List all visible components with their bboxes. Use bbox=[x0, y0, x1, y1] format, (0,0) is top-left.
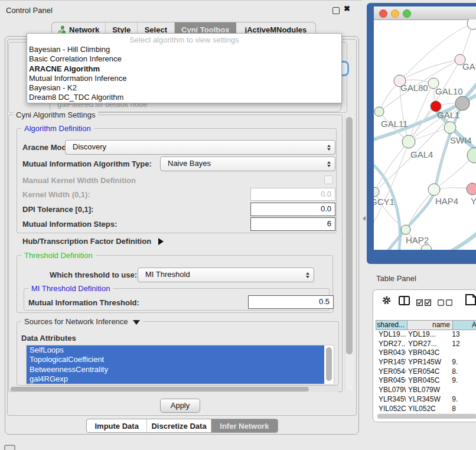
table-cell: YDR27... bbox=[376, 340, 406, 349]
attribute-item-selected[interactable]: BetweennessCentrality bbox=[27, 365, 324, 374]
network-node-hap4[interactable] bbox=[428, 184, 440, 195]
network-node[interactable] bbox=[421, 244, 432, 250]
new-table-icon[interactable] bbox=[465, 294, 476, 308]
table-cell: YBR045C bbox=[406, 376, 448, 386]
table-cell: YBR043C bbox=[406, 348, 448, 358]
table-cell: 8. bbox=[448, 367, 476, 377]
dropdown-item[interactable]: ARACNE Algorithm bbox=[27, 64, 341, 74]
table-row[interactable]: YBL079WYBL079W bbox=[376, 386, 476, 395]
network-edge bbox=[440, 227, 476, 250]
float-panel-icon[interactable] bbox=[332, 7, 340, 14]
table-horizontal-scrollbar-thumb[interactable] bbox=[377, 414, 476, 419]
table-cell: YBR045C bbox=[376, 376, 406, 386]
settings-vertical-scrollbar-thumb[interactable] bbox=[346, 117, 353, 354]
panel-grip-button[interactable] bbox=[4, 445, 15, 450]
settings-horizontal-scrollbar-thumb[interactable] bbox=[11, 387, 309, 392]
network-node-hap2[interactable] bbox=[401, 225, 410, 234]
network-node-gal11[interactable] bbox=[374, 107, 384, 116]
apply-button[interactable]: Apply bbox=[160, 399, 200, 413]
data-attributes-list[interactable]: SelfLoopsTopologicalCoefficientBetweenne… bbox=[26, 345, 334, 385]
attribute-item-selected[interactable]: SelfLoops bbox=[27, 345, 324, 355]
close-panel-icon[interactable]: ✖ bbox=[344, 4, 350, 13]
network-node-gal4[interactable] bbox=[402, 135, 415, 148]
panel-resize-handle-icon[interactable] bbox=[363, 216, 366, 221]
table-cell: YBL079W bbox=[406, 386, 448, 395]
network-edge bbox=[400, 60, 460, 81]
table-row[interactable]: YER054CYER054C8. bbox=[376, 367, 476, 377]
network-node[interactable] bbox=[467, 19, 476, 30]
dropdown-item[interactable]: Basic Correlation Inference bbox=[27, 54, 341, 64]
collapse-arrow-icon bbox=[133, 320, 140, 325]
column-header-shared-name[interactable]: shared... bbox=[376, 320, 407, 330]
table-row[interactable]: YIL052CYIL052C8 bbox=[376, 405, 476, 413]
minimize-window-icon[interactable] bbox=[391, 9, 399, 18]
table-row[interactable]: YBR045CYBR045C9. bbox=[376, 376, 476, 386]
bottom-tab-infer-network[interactable]: Infer Network bbox=[211, 419, 278, 432]
table-row[interactable]: YLR345WYLR345W9. bbox=[376, 395, 476, 405]
bottom-tab-impute-data[interactable]: Impute Data bbox=[87, 419, 147, 432]
control-panel: Control Panel ✖ NetworkStyleSelectCyni T… bbox=[0, 0, 362, 450]
dropdown-item[interactable]: Bayesian - K2 bbox=[27, 83, 341, 93]
table-cell: YDL19... bbox=[406, 330, 448, 340]
aracne-mode-combo[interactable]: Discovery bbox=[65, 140, 335, 155]
kernel-width-input[interactable]: 0.0 bbox=[250, 188, 335, 201]
table-cell: YLR345W bbox=[376, 395, 406, 405]
bottom-tab-discretize-data[interactable]: Discretize Data bbox=[147, 419, 211, 432]
aracne-mode-value: Discovery bbox=[73, 142, 106, 151]
table-cell: YDR27... bbox=[406, 340, 448, 349]
table-row[interactable]: YDR27...YDR27...12 bbox=[376, 340, 476, 349]
network-node[interactable] bbox=[467, 148, 476, 163]
gear-icon[interactable] bbox=[382, 295, 392, 308]
attribute-item-selected[interactable]: TopologicalCoefficient bbox=[27, 355, 324, 364]
node-label: SWI4 bbox=[450, 135, 472, 145]
threshold-definition-legend: Threshold Definition bbox=[21, 251, 96, 260]
mi-threshold-input[interactable]: 0.5 bbox=[248, 295, 334, 309]
table-horizontal-scrollbar[interactable] bbox=[377, 413, 476, 419]
which-threshold-combo[interactable]: MI Threshold bbox=[138, 268, 314, 282]
combo-spinner-icon bbox=[306, 272, 309, 278]
select-all-checkboxes-icon[interactable] bbox=[416, 298, 432, 308]
mi-algorithm-type-combo[interactable]: Naive Bayes bbox=[160, 156, 335, 171]
table-panel: shared...nameA YDL19...YDL19...13YDR27..… bbox=[373, 289, 476, 422]
dropdown-item[interactable]: Mutual Information Inference bbox=[27, 74, 341, 83]
algorithm-definition-legend: Algorithm Definition bbox=[21, 124, 94, 133]
table-cell: YPR145W bbox=[376, 358, 406, 367]
table-row[interactable]: YPR145WYPR145W9. bbox=[376, 358, 476, 367]
close-window-icon[interactable] bbox=[379, 9, 387, 18]
app-root: Control Panel ✖ NetworkStyleSelectCyni T… bbox=[0, 0, 476, 450]
table-panel-title: Table Panel bbox=[376, 274, 416, 283]
network-node-swi4[interactable] bbox=[444, 122, 456, 133]
dropdown-item[interactable]: Bayesian - Hill Climbing bbox=[27, 45, 341, 54]
table-cell: 12 bbox=[448, 340, 476, 349]
kernel-width-label: Kernel Width (0,1): bbox=[22, 190, 90, 199]
column-header-name[interactable]: name bbox=[407, 320, 453, 330]
combo-spinner-icon bbox=[327, 145, 331, 151]
table-cell: YPR145W bbox=[406, 358, 448, 367]
network-canvas[interactable]: GALGAL80GAL10GAL1SWI4GAL11GAL4HAP4YGCY1H… bbox=[374, 19, 476, 250]
node-label: GAL11 bbox=[381, 119, 408, 129]
mi-algorithm-type-label: Mutual Information Algorithm Type: bbox=[22, 159, 152, 168]
zoom-window-icon[interactable] bbox=[403, 9, 411, 18]
table-cell: 9. bbox=[448, 376, 476, 386]
dpi-tolerance-input[interactable]: 0.0 bbox=[250, 203, 335, 216]
sources-legend[interactable]: Sources for Network Inference bbox=[21, 317, 143, 326]
columns-icon[interactable] bbox=[399, 296, 410, 308]
table-row[interactable]: YDL19...YDL19...13 bbox=[376, 330, 476, 340]
dropdown-item[interactable]: Dream8 DC_TDC Algorithm bbox=[27, 93, 341, 102]
dpi-tolerance-label: DPI Tolerance [0,1]: bbox=[22, 205, 93, 214]
mi-steps-input[interactable]: 6 bbox=[250, 217, 335, 231]
clear-checkboxes-icon[interactable] bbox=[438, 298, 453, 308]
network-window-titlebar[interactable] bbox=[374, 6, 476, 20]
list-scrollbar-thumb[interactable] bbox=[326, 347, 332, 381]
column-header-extra[interactable]: A bbox=[452, 320, 476, 330]
attribute-item-selected[interactable]: gal4RGexp bbox=[27, 374, 324, 384]
manual-kernel-checkbox[interactable] bbox=[324, 175, 333, 184]
table-rows: YDL19...YDL19...13YDR27...YDR27...12YBR0… bbox=[376, 330, 476, 412]
network-node[interactable] bbox=[455, 96, 470, 110]
table-row[interactable]: YBR043CYBR043C bbox=[376, 348, 476, 358]
hub-definition-expander[interactable]: Hub/Transcription Factor Definition bbox=[22, 237, 164, 246]
network-node-y[interactable] bbox=[467, 183, 476, 195]
mi-threshold-label: Mutual Information Threshold: bbox=[28, 298, 139, 307]
network-edge bbox=[374, 142, 409, 226]
network-edge bbox=[374, 142, 409, 192]
